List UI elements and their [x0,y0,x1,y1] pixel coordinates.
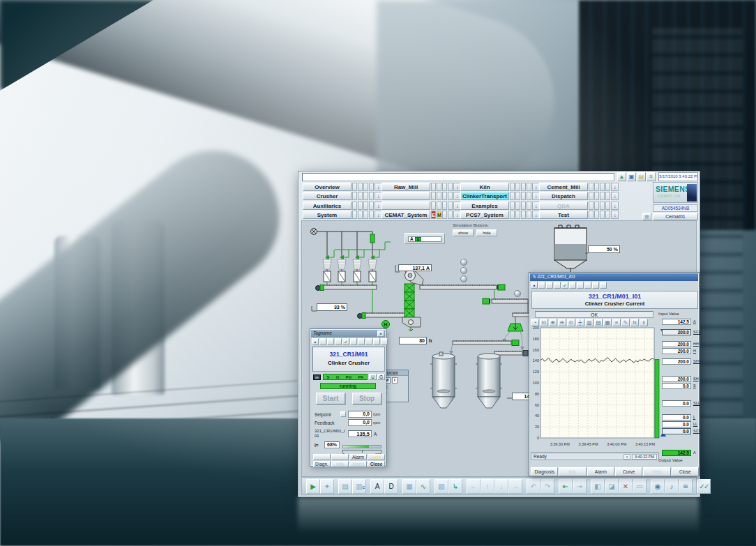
alarm-button[interactable]: Alarm [349,454,367,460]
key-icon[interactable]: ✦ [320,479,334,494]
feed-belt-symbol[interactable] [358,313,407,319]
limit-label-shh[interactable]: SHH [693,359,702,363]
letter-a-button[interactable]: A [370,479,384,494]
pause-icon[interactable]: ‖ [640,319,648,326]
feed-valve-symbol[interactable] [370,234,375,243]
delete-icon[interactable]: ✕ [619,479,633,494]
alarm-ack-icon[interactable]: ▲ [617,172,626,181]
setpoint-edit-button[interactable] [340,411,346,417]
setpoint-field[interactable]: 0,0 [348,411,372,418]
report-icon[interactable]: ▦ [402,479,416,494]
diagnosis-button[interactable]: Diagnosis [531,467,558,476]
nav-button-dispatch[interactable]: Dispatch [539,192,588,200]
limit-field-s[interactable]: 0.0 [662,383,691,389]
stats-icon[interactable]: ▤ [594,319,603,326]
faceplate-toolbar-cell[interactable] [365,338,372,345]
limit-field-sh[interactable]: 200.0 [662,376,691,382]
trend-toolbar-cell[interactable] [577,282,584,289]
u-button[interactable]: U [369,374,377,380]
limit-label-l[interactable]: L [693,415,695,419]
arrow-left-icon[interactable]: ← [467,479,481,494]
help-button[interactable]: Help [643,467,670,476]
arrow-up-icon[interactable]: ↑ [481,479,494,494]
simulation-show-button[interactable]: show [453,229,474,236]
server-select-icon[interactable]: ▦ [642,213,651,220]
limit-label-h[interactable]: H [693,349,696,353]
pin-icon[interactable]: ▪ [312,338,319,345]
limit-label-sh[interactable]: SH [693,377,699,381]
trend-titlebar[interactable]: ✎ 321_CR1/M01_I01 [530,273,698,281]
windows-overview-icon[interactable]: ◧ [591,479,605,494]
trend-toolbar-cell[interactable] [584,282,591,289]
waves-icon[interactable]: ≋ [679,479,693,494]
diagnostics-button[interactable]: Diagn. [313,461,331,467]
limit-field-sce[interactable]: 200.0 [662,329,691,335]
limit-label-sll[interactable]: SLL [693,401,700,405]
curve-select-icon[interactable]: N [630,319,639,326]
faceplate-toolbar-cell[interactable] [358,338,365,345]
maintenance-button[interactable]: Maint [349,461,367,467]
faceplate-toolbar-cell[interactable] [327,338,334,345]
help-button[interactable]: Help [368,454,385,460]
trend-toolbar-cell[interactable] [546,282,553,289]
nav-button-overview[interactable]: Overview [303,183,351,191]
grid-icon[interactable]: ▦ [603,319,612,326]
ruler-icon[interactable]: ▥ [585,319,594,326]
feeder-symbols[interactable] [323,259,377,269]
limit-field-h[interactable]: 200.0 [662,348,691,354]
faceplate-toolbar-cell[interactable] [373,338,380,345]
lock-icon[interactable]: ◔ [531,319,539,326]
limit-label-hh[interactable]: HH [693,342,699,346]
nav-expand-button[interactable]: ↓ [611,192,619,200]
popup-item-i[interactable]: I [392,377,398,384]
faceplate-toolbar-cell[interactable] [335,338,342,345]
zoom-100-icon[interactable]: ⊙ [567,319,575,326]
curve-icon[interactable]: ∿ [416,479,430,494]
limit-field-ll[interactable]: 0.0 [662,421,691,427]
arrow-right-icon[interactable]: → [508,479,522,494]
limit-label-s[interactable]: S [693,384,696,388]
spare-button[interactable] [331,454,349,460]
nav-button-slot-1-2[interactable] [381,202,430,210]
nav-button-cement-mill[interactable]: Cement_Mill [539,183,588,191]
picture-change-icon[interactable]: ↳ [448,479,462,494]
accept-icon[interactable]: ✓✓ [697,479,711,494]
letter-d-button[interactable]: D [384,479,398,494]
interlock-display-panel[interactable]: A 0 [405,233,445,244]
nav-button-kiln[interactable]: Kiln [460,183,509,191]
limit-field-scb[interactable]: 0.0 [662,428,691,434]
station-name-button[interactable]: Cemat01 [653,213,698,220]
trend-toolbar-cell[interactable] [538,282,545,289]
diverter-feed-belt-symbol[interactable] [513,313,529,317]
clinker-silo-1[interactable] [430,352,457,408]
nav-expand-button[interactable]: ↓ [611,202,619,210]
trend-toolbar-cell[interactable] [592,282,599,289]
save-icon[interactable]: ◪ [605,479,619,494]
pan-icon[interactable]: ┼ [576,319,584,326]
nav-button-test[interactable]: Test [539,211,588,219]
current-bar[interactable] [342,445,381,448]
print-icon[interactable]: ≡ [647,172,656,181]
curve-button[interactable]: Curve [615,467,642,476]
faceplate-toolbar-cell[interactable] [319,338,326,345]
process-picture-icon[interactable]: ▧ [434,479,448,494]
pin-icon[interactable]: ▪ [531,282,538,289]
nav-button-examples[interactable]: Examples [460,202,509,210]
picture-copy-icon[interactable]: ▤ [338,479,352,494]
feed-bin-symbol[interactable] [554,225,587,275]
transfer-belt-symbol[interactable] [483,298,528,304]
start-button[interactable]: Start [316,393,345,404]
stop-button[interactable]: Stop [352,393,381,404]
screen-icon[interactable]: ▭ [633,479,647,494]
silo1-feed-belt-symbol[interactable] [453,340,519,346]
print-icon[interactable]: ≡ [612,319,621,326]
nav-button-cemat-system[interactable]: CEMAT_System [381,211,430,219]
arrow-down-icon[interactable]: ↓ [494,479,508,494]
trend-toolbar-cell[interactable] [569,282,576,289]
picture-in-icon[interactable]: ⇤ [559,479,573,494]
edit-icon[interactable]: ✎ [621,319,630,326]
dosing-gate-symbols[interactable] [324,271,376,282]
loop-in-alarm-icon[interactable]: ▤ [637,172,646,181]
limit-field-l[interactable]: 0.0 [662,414,691,420]
limit-field-shh[interactable]: 200.0 [662,358,691,365]
